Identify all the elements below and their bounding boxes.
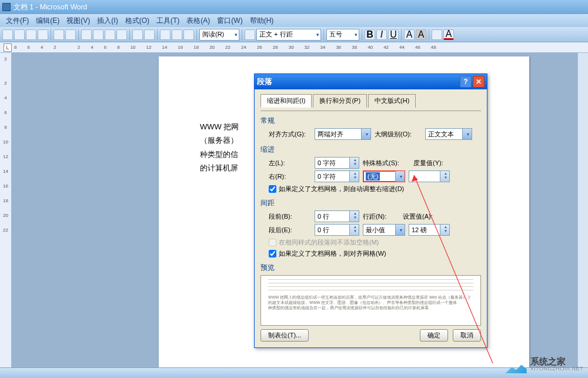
menu-insert[interactable]: 插入(I) [93, 15, 121, 27]
reading-mode[interactable]: 阅读(R) [199, 29, 239, 41]
new-icon[interactable] [2, 29, 13, 40]
left-indent-spinner[interactable]: 0 字符▲▼ [315, 157, 359, 169]
dialog-tabs: 缩进和间距(I) 换行和分页(P) 中文版式(H) [260, 94, 481, 108]
cut-icon[interactable] [81, 29, 92, 40]
tabs-button[interactable]: 制表位(T)... [260, 329, 309, 342]
linespace-combo[interactable]: 最小值▾ [363, 224, 405, 236]
word-doc-icon [2, 3, 11, 11]
group-indent: 缩进 [260, 145, 481, 155]
format-painter-icon[interactable] [116, 29, 127, 40]
paste-icon[interactable] [105, 29, 115, 40]
chk-snap-grid-box[interactable] [269, 250, 276, 257]
tab-asian-typography[interactable]: 中文版式(H) [368, 94, 416, 108]
menubar: 文件(F) 编辑(E) 视图(V) 插入(I) 格式(O) 工具(T) 表格(A… [0, 14, 588, 27]
hyperlink-icon[interactable] [160, 29, 171, 40]
permission-icon[interactable] [38, 29, 48, 40]
logo-url: XITONGZHIJIA.NET [530, 366, 583, 372]
outline-label: 大纲级别(O): [375, 130, 422, 139]
bold-icon[interactable]: B [365, 29, 375, 40]
dialog-close-button[interactable]: ✕ [473, 76, 485, 88]
logo-icon [506, 356, 527, 373]
group-spacing: 间距 [260, 198, 481, 208]
menu-file[interactable]: 文件(F) [2, 15, 32, 27]
after-spinner[interactable]: 0 行▲▼ [315, 224, 359, 236]
paragraph-dialog: 段落 ? ✕ 缩进和间距(I) 换行和分页(P) 中文版式(H) 常规 对齐方式… [254, 73, 487, 348]
scrollbar-vertical[interactable] [577, 53, 588, 374]
measure-spinner[interactable]: ▲▼ [409, 170, 450, 182]
italic-icon[interactable]: I [376, 29, 387, 40]
menu-tools[interactable]: 工具(T) [153, 15, 183, 27]
watermark-logo: 系统之家 XITONGZHIJIA.NET [506, 356, 583, 373]
group-general: 常规 [260, 116, 481, 126]
chk-no-space-box [269, 239, 276, 246]
ruler-vertical: 2246810121416182022 [0, 53, 12, 374]
chk-snap-grid[interactable]: 如果定义了文档网格，则对齐网格(W) [269, 249, 481, 258]
align-label: 对齐方式(G): [269, 130, 311, 139]
ok-button[interactable]: 确定 [420, 329, 448, 342]
outline-combo[interactable]: 正文文本▾ [425, 128, 472, 140]
undo-icon[interactable] [132, 29, 143, 40]
menu-view[interactable]: 视图(V) [63, 15, 93, 27]
dialog-help-button[interactable]: ? [460, 76, 472, 88]
linespace-label: 行距(N): [363, 212, 399, 221]
menu-format[interactable]: 格式(O) [122, 15, 153, 27]
measure-label: 度量值(Y): [413, 159, 455, 168]
redo-icon[interactable] [144, 29, 155, 40]
after-label: 段后(E): [269, 226, 311, 235]
fontsize-combo[interactable]: 五号 [326, 29, 359, 41]
tab-selector-icon[interactable]: L [4, 44, 12, 52]
before-spinner[interactable]: 0 行▲▼ [315, 210, 359, 222]
preview-box: WWW 把网上的信息组织成一些互相连接的页面，使用户可以方便地浏览各种信息资源在… [260, 275, 481, 326]
statusbar [0, 367, 588, 378]
window-title: 文档 1 - Microsoft Word [14, 2, 87, 12]
menu-edit[interactable]: 编辑(E) [32, 15, 63, 27]
zoom-icon[interactable] [183, 29, 194, 40]
right-indent-spinner[interactable]: 0 字符▲▼ [315, 170, 359, 182]
chk-auto-right-indent[interactable]: 如果定义了文档网格，则自动调整右缩进(D) [269, 185, 481, 193]
dialog-titlebar: 段落 ? ✕ [255, 74, 487, 89]
style-inspector-icon[interactable] [245, 29, 255, 40]
tab-line-page-breaks[interactable]: 换行和分页(P) [313, 94, 367, 108]
ruler-horizontal: L 86422468101214161820222426283032343638… [0, 42, 588, 53]
setvalue-spinner[interactable]: 12 磅▲▼ [409, 224, 450, 236]
copy-icon[interactable] [93, 29, 103, 40]
chk-auto-right-indent-box[interactable] [269, 185, 276, 193]
menu-window[interactable]: 窗口(W) [213, 15, 246, 27]
logo-name: 系统之家 [530, 357, 583, 367]
left-indent-label: 左(L): [269, 159, 311, 168]
group-preview: 预览 [260, 263, 481, 273]
open-icon[interactable] [14, 29, 25, 40]
menu-table[interactable]: 表格(A) [183, 15, 213, 27]
cancel-button[interactable]: 取消 [453, 329, 481, 342]
setvalue-label: 设置值(A): [403, 212, 444, 221]
highlight-icon[interactable] [432, 29, 442, 40]
print-icon[interactable] [54, 29, 64, 40]
special-format-label: 特殊格式(S): [363, 159, 410, 168]
style-combo[interactable]: 正文 + 行距 [256, 29, 321, 41]
chk-no-space-same-style: 在相同样式的段落间不添加空格(M) [269, 238, 481, 247]
right-indent-label: 右(R): [269, 172, 311, 181]
toolbar: 阅读(R) 正文 + 行距 五号 B I U A A A [0, 27, 588, 42]
font-color-icon[interactable]: A [443, 29, 454, 40]
titlebar: 文档 1 - Microsoft Word [0, 0, 588, 14]
char-border-icon[interactable]: A [404, 29, 415, 40]
before-label: 段前(B): [269, 212, 311, 221]
char-shade-icon[interactable]: A [416, 29, 426, 40]
dialog-title: 段落 [257, 76, 272, 87]
align-combo[interactable]: 两端对齐▾ [315, 128, 371, 140]
special-format-combo[interactable]: (无)▾ [363, 170, 405, 182]
border-icon[interactable] [172, 29, 182, 40]
underline-icon[interactable]: U [388, 29, 399, 40]
tab-indent-spacing[interactable]: 缩进和间距(I) [260, 94, 312, 108]
menu-help[interactable]: 帮助(H) [246, 15, 278, 27]
save-icon[interactable] [26, 29, 36, 40]
preview-icon[interactable] [65, 29, 76, 40]
